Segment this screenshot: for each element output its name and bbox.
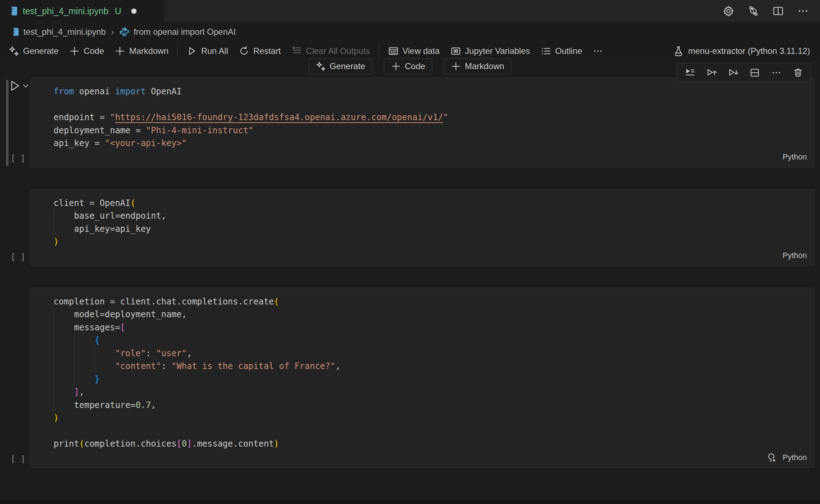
code-token: 0.7 bbox=[135, 400, 151, 410]
generate-button[interactable]: Generate bbox=[9, 46, 64, 56]
code-line: model=deployment_name, bbox=[54, 308, 814, 321]
indent-guide bbox=[74, 347, 95, 360]
code-token: "user" bbox=[156, 348, 187, 358]
cell-language-picker[interactable]: Python bbox=[783, 251, 807, 260]
code-token: print bbox=[54, 439, 79, 449]
code-token: https://hai5016-foundry-123dafdsfsa4.ope… bbox=[115, 112, 443, 122]
outline-button[interactable]: Outline bbox=[535, 46, 587, 56]
code-token: } bbox=[95, 374, 100, 384]
breadcrumb-file[interactable]: test_phi_4_mini.ipynb bbox=[12, 27, 106, 37]
chevron-down-icon[interactable] bbox=[22, 83, 29, 89]
insert-cell-toolbar: Generate Code Markdown bbox=[309, 58, 511, 74]
indent-guide bbox=[54, 223, 74, 236]
kernel-label: menu-extractor (Python 3.11.12) bbox=[688, 46, 810, 56]
cell-code-editor[interactable]: from openai import OpenAIendpoint = "htt… bbox=[31, 85, 814, 150]
execute-cell-and-below-icon[interactable] bbox=[728, 67, 738, 78]
open-changes-icon[interactable] bbox=[748, 5, 759, 17]
execute-cells-menu-icon[interactable] bbox=[685, 67, 695, 78]
code-token: openai bbox=[74, 86, 115, 96]
cell-code-editor[interactable]: client = OpenAI(base_url=endpoint,api_ke… bbox=[31, 197, 814, 248]
code-token: ] bbox=[74, 387, 79, 397]
jupyter-variables-label: Jupyter Variables bbox=[465, 46, 530, 56]
breadcrumb-symbol[interactable]: from openai import OpenAI bbox=[120, 27, 236, 37]
indent-guide bbox=[54, 399, 74, 412]
cell-status-row: Python bbox=[31, 150, 814, 165]
cell-language-picker[interactable]: Python bbox=[783, 152, 807, 162]
code-token: base_url=endpoint, bbox=[74, 211, 166, 221]
execution-count: [ ] bbox=[11, 252, 26, 262]
restart-kernel-button[interactable]: Restart bbox=[233, 46, 286, 56]
indent-guide bbox=[54, 334, 74, 347]
execute-above-cells-icon[interactable] bbox=[706, 67, 717, 78]
code-action-lightbulb-icon[interactable] bbox=[766, 452, 776, 463]
add-code-label: Code bbox=[84, 46, 104, 56]
code-token: , bbox=[187, 348, 192, 358]
code-token: completion.choices bbox=[84, 439, 177, 449]
insert-markdown-label: Markdown bbox=[465, 61, 504, 71]
indent-guide bbox=[54, 386, 74, 399]
code-token: "Phi-4-mini-instruct" bbox=[146, 125, 253, 135]
run-all-button[interactable]: Run All bbox=[181, 46, 233, 56]
cell-editor-container: completion = client.chat.completions.cre… bbox=[30, 288, 814, 468]
code-line: } bbox=[54, 373, 814, 386]
cell-code-editor[interactable]: completion = client.chat.completions.cre… bbox=[31, 295, 814, 450]
code-token: "<your-api-key>" bbox=[105, 138, 187, 148]
code-token: [ bbox=[120, 323, 125, 332]
cell-focus-indicator[interactable] bbox=[6, 80, 9, 166]
play-icon bbox=[9, 79, 21, 92]
indent-guide bbox=[95, 360, 115, 373]
code-token: "What is the capital of France?" bbox=[171, 361, 335, 371]
add-code-cell-button[interactable]: Code bbox=[64, 46, 109, 56]
generate-cell-label: Generate bbox=[329, 61, 365, 71]
notebook-file-icon bbox=[12, 27, 19, 37]
clear-all-outputs-button[interactable]: Clear All Outputs bbox=[286, 46, 375, 56]
generate-cell-button[interactable]: Generate bbox=[309, 58, 372, 74]
cell-status-row: Python bbox=[31, 450, 814, 465]
delete-cell-icon[interactable] bbox=[793, 67, 803, 78]
view-data-button[interactable]: View data bbox=[383, 46, 445, 56]
settings-gear-icon[interactable] bbox=[723, 5, 734, 17]
toolbar-more-icon[interactable] bbox=[587, 46, 609, 56]
breadcrumb-separator: › bbox=[110, 27, 115, 38]
code-line: endpoint = "https://hai5016-foundry-123d… bbox=[54, 111, 814, 124]
code-token: ) bbox=[274, 439, 279, 449]
add-markdown-cell-button[interactable]: Markdown bbox=[109, 46, 174, 56]
execution-count: [ ] bbox=[11, 154, 26, 163]
code-token: api_key = bbox=[54, 138, 105, 148]
cell-language-picker[interactable]: Python bbox=[783, 453, 807, 462]
indent-guide bbox=[54, 321, 74, 334]
code-token: ( bbox=[131, 198, 135, 208]
split-cell-icon[interactable] bbox=[749, 67, 760, 78]
code-line: ], bbox=[54, 386, 814, 399]
more-actions-icon[interactable] bbox=[797, 5, 809, 17]
jupyter-variables-button[interactable]: Jupyter Variables bbox=[445, 46, 536, 56]
notebook-cell-1: [ ]from openai import OpenAIendpoint = "… bbox=[0, 78, 814, 167]
insert-code-cell-button[interactable]: Code bbox=[384, 58, 432, 74]
toolbar-divider bbox=[177, 45, 178, 57]
editor-tab[interactable]: test_phi_4_mini.ipynb U bbox=[0, 0, 165, 22]
editor-actions bbox=[723, 0, 820, 22]
more-cell-actions-icon[interactable] bbox=[771, 67, 782, 78]
code-token: " bbox=[110, 112, 115, 122]
code-token: api_key=api_key bbox=[74, 224, 151, 234]
indent-guide bbox=[74, 373, 95, 386]
python-logo-icon bbox=[120, 27, 129, 37]
run-cell-button[interactable] bbox=[9, 79, 29, 92]
cell-actions-toolbar bbox=[677, 63, 811, 82]
code-line: deployment_name = "Phi-4-mini-instruct" bbox=[54, 124, 814, 137]
code-line: print(completion.choices[0].message.cont… bbox=[54, 437, 814, 450]
code-token: import bbox=[115, 86, 146, 96]
git-status-badge: U bbox=[115, 6, 121, 16]
generate-label: Generate bbox=[23, 46, 59, 56]
code-token: client = OpenAI bbox=[54, 198, 131, 208]
indent-guide bbox=[54, 347, 74, 360]
breadcrumb-filename: test_phi_4_mini.ipynb bbox=[23, 27, 106, 37]
indent-guide bbox=[74, 360, 95, 373]
toolbar-divider bbox=[379, 45, 379, 57]
insert-markdown-cell-button[interactable]: Markdown bbox=[444, 58, 511, 74]
split-editor-icon[interactable] bbox=[772, 5, 784, 17]
code-token: "role" bbox=[115, 348, 146, 358]
kernel-picker[interactable]: menu-extractor (Python 3.11.12) bbox=[673, 46, 810, 56]
unsaved-changes-dot[interactable] bbox=[131, 9, 137, 14]
code-line: { bbox=[54, 334, 814, 347]
